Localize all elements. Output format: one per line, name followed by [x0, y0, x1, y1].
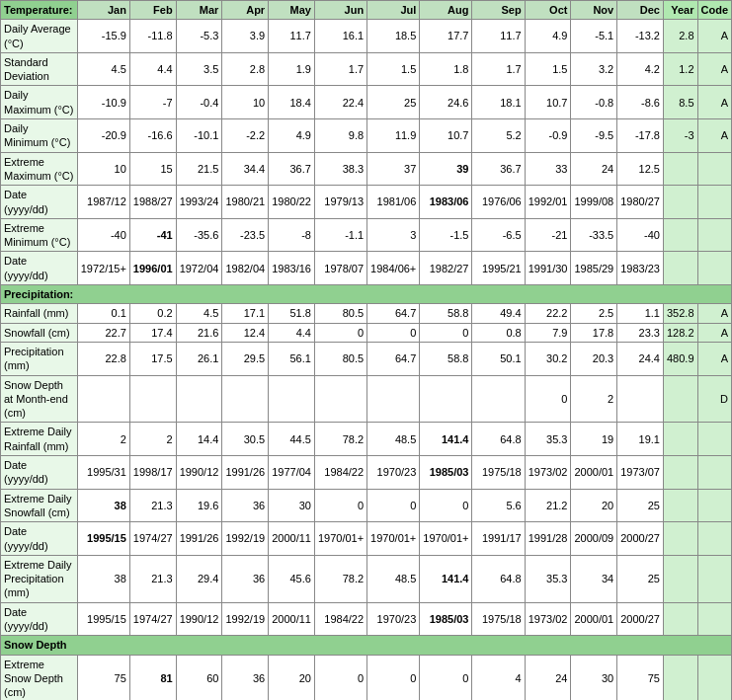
- table-row: Daily Average (°C)-15.9-11.8-5.33.911.71…: [1, 20, 732, 53]
- row-label: Date (yyyy/dd): [1, 252, 78, 285]
- data-cell: [663, 252, 697, 285]
- data-cell: 38: [77, 555, 129, 602]
- data-cell: 2000/09: [571, 522, 617, 556]
- table-row: Snowfall (cm)22.717.421.612.44.40000.87.…: [1, 323, 732, 342]
- data-cell: 36.7: [269, 152, 315, 186]
- table-row: Date (yyyy/dd)1995/151974/271990/121992/…: [1, 602, 732, 636]
- data-cell: 4.9: [525, 20, 571, 53]
- data-cell: 17.7: [420, 20, 472, 53]
- data-cell: 1993/24: [176, 186, 222, 219]
- data-cell: [697, 152, 732, 186]
- data-cell: [222, 375, 269, 423]
- data-cell: 80.5: [314, 342, 366, 375]
- row-label: Snowfall (cm): [1, 323, 78, 342]
- data-cell: -40: [617, 218, 664, 252]
- data-cell: 8.5: [663, 86, 697, 119]
- data-cell: 10.7: [420, 119, 472, 153]
- row-label: Rainfall (mm): [1, 304, 78, 323]
- col-header-jun: Jun: [314, 1, 366, 20]
- data-cell: 1984/06+: [367, 252, 420, 285]
- data-cell: 39: [420, 152, 472, 186]
- data-cell: -20.9: [77, 119, 129, 153]
- data-cell: [697, 489, 732, 522]
- data-cell: 1992/19: [222, 522, 269, 556]
- row-label: Extreme Daily Precipitation (mm): [1, 555, 78, 602]
- data-cell: 58.8: [420, 304, 472, 323]
- data-cell: [314, 375, 366, 423]
- table-row: Extreme Maximum (°C)101521.534.436.738.3…: [1, 152, 732, 186]
- data-cell: 81: [129, 655, 176, 700]
- data-cell: [697, 602, 732, 636]
- data-cell: 1983/23: [617, 252, 664, 285]
- data-cell: [697, 218, 732, 252]
- row-label: Extreme Snow Depth (cm): [1, 655, 78, 700]
- data-cell: -5.1: [571, 20, 617, 53]
- data-cell: 37: [367, 152, 420, 186]
- data-cell: [420, 375, 472, 423]
- data-cell: 30.2: [525, 342, 571, 375]
- data-cell: 1.8: [420, 52, 472, 86]
- data-cell: 4.4: [129, 52, 176, 86]
- data-cell: -35.6: [176, 218, 222, 252]
- data-cell: 1980/21: [222, 186, 269, 219]
- data-cell: 4.4: [269, 323, 315, 342]
- table-row: Date (yyyy/dd)1995/151974/271991/261992/…: [1, 522, 732, 556]
- data-cell: 2000/01: [571, 602, 617, 636]
- data-cell: 30: [571, 655, 617, 700]
- section-header: Snow Depth: [1, 636, 732, 655]
- data-cell: 1995/21: [472, 252, 525, 285]
- data-cell: 1984/22: [314, 602, 366, 636]
- row-label: Extreme Minimum (°C): [1, 218, 78, 252]
- row-label: Extreme Daily Rainfall (mm): [1, 423, 78, 456]
- data-cell: -1.1: [314, 218, 366, 252]
- data-cell: 5.6: [472, 489, 525, 522]
- data-cell: 2: [77, 423, 129, 456]
- data-cell: 17.1: [222, 304, 269, 323]
- data-cell: 22.8: [77, 342, 129, 375]
- data-cell: 4.9: [269, 119, 315, 153]
- data-cell: 36: [222, 655, 269, 700]
- climate-data-table: Temperature: Jan Feb Mar Apr May Jun Jul…: [0, 0, 732, 700]
- data-cell: 23.3: [617, 323, 664, 342]
- data-cell: 1972/15+: [77, 252, 129, 285]
- col-header-code: Code: [697, 1, 732, 20]
- data-cell: 36: [222, 489, 269, 522]
- row-label: Standard Deviation: [1, 52, 78, 86]
- data-cell: 4.5: [176, 304, 222, 323]
- data-cell: 1988/27: [129, 186, 176, 219]
- data-cell: 0: [420, 323, 472, 342]
- data-cell: [129, 375, 176, 423]
- data-cell: 20: [269, 655, 315, 700]
- data-cell: 75: [617, 655, 664, 700]
- data-cell: 51.8: [269, 304, 315, 323]
- table-row: Extreme Daily Rainfall (mm)2214.430.544.…: [1, 423, 732, 456]
- data-cell: 1987/12: [77, 186, 129, 219]
- table-row: Daily Minimum (°C)-20.9-16.6-10.1-2.24.9…: [1, 119, 732, 153]
- data-cell: 11.9: [367, 119, 420, 153]
- data-cell: 0.8: [472, 323, 525, 342]
- data-cell: 22.2: [525, 304, 571, 323]
- data-cell: 64.7: [367, 304, 420, 323]
- data-cell: 1970/01+: [420, 522, 472, 556]
- data-cell: 1980/22: [269, 186, 315, 219]
- data-cell: 1995/31: [77, 456, 129, 490]
- data-cell: [663, 423, 697, 456]
- row-label: Date (yyyy/dd): [1, 456, 78, 490]
- data-cell: 33: [525, 152, 571, 186]
- data-cell: 2: [129, 423, 176, 456]
- data-cell: 64.8: [472, 555, 525, 602]
- data-cell: 34.4: [222, 152, 269, 186]
- data-cell: 2000/11: [269, 602, 315, 636]
- data-cell: 1975/18: [472, 456, 525, 490]
- data-cell: [697, 252, 732, 285]
- data-cell: 1972/04: [176, 252, 222, 285]
- data-cell: 24: [571, 152, 617, 186]
- data-cell: 18.1: [472, 86, 525, 119]
- table-row: Extreme Daily Precipitation (mm)3821.329…: [1, 555, 732, 602]
- data-cell: 25: [617, 489, 664, 522]
- col-header-temperature: Temperature:: [1, 1, 78, 20]
- row-label: Date (yyyy/dd): [1, 186, 78, 219]
- data-cell: -0.8: [571, 86, 617, 119]
- data-cell: 3.5: [176, 52, 222, 86]
- data-cell: [663, 522, 697, 556]
